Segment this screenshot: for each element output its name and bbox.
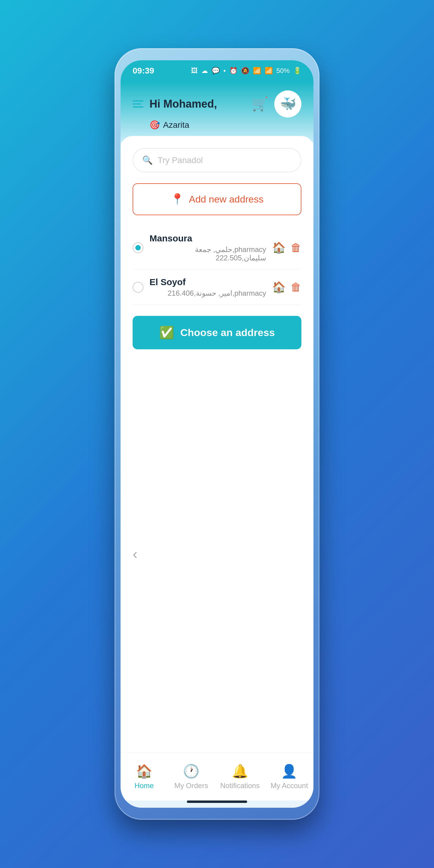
mute-icon: 🔕: [241, 67, 249, 75]
status-time: 09:39: [133, 66, 154, 76]
home-icon-mansoura[interactable]: 🏠: [272, 241, 286, 254]
location-row: 🎯 Azarita: [150, 120, 301, 130]
cloud-icon: ☁: [201, 67, 208, 75]
radio-mansoura[interactable]: [133, 242, 144, 253]
battery-label: 50%: [276, 67, 290, 75]
gallery-icon: 🖼: [191, 67, 198, 75]
greeting-text: Hi Mohamed,: [150, 98, 217, 110]
address-detail-elsoyof: pharmacy,امير, حسونة,216.406: [150, 289, 266, 298]
dot-icon: •: [223, 67, 226, 75]
nav-account[interactable]: 👤 My Account: [271, 764, 308, 790]
menu-line-1: [133, 100, 144, 101]
home-icon-elsoyof[interactable]: 🏠: [272, 281, 286, 293]
signal-icon: 📶: [265, 67, 273, 75]
delete-icon-elsoyof[interactable]: 🗑: [290, 281, 301, 293]
header: Hi Mohamed, 🛒 🐳 🎯 Azarita: [121, 82, 313, 142]
menu-line-2: [133, 103, 141, 104]
bottom-indicator: [187, 801, 247, 803]
choose-address-label: Choose an address: [180, 327, 275, 338]
avatar[interactable]: 🐳: [274, 90, 301, 118]
address-info-elsoyof: El Soyof pharmacy,امير, حسونة,216.406: [150, 277, 266, 298]
add-address-label: Add new address: [189, 194, 264, 205]
bell-nav-icon: 🔔: [232, 764, 248, 779]
alarm-icon: ⏰: [229, 67, 238, 75]
phone-outer: 09:39 🖼 ☁ 💬 • ⏰ 🔕 📶 📶 50% 🔋: [115, 48, 319, 820]
back-area: ‹: [133, 355, 301, 752]
search-bar[interactable]: 🔍 Try Panadol: [133, 148, 301, 173]
nav-notifications[interactable]: 🔔 Notifications: [220, 764, 260, 790]
address-actions-mansoura: 🏠 🗑: [272, 241, 301, 254]
home-nav-icon: 🏠: [136, 764, 153, 779]
choose-address-button[interactable]: ✅ Choose an address: [133, 316, 301, 349]
menu-button[interactable]: [133, 100, 144, 107]
menu-line-3: [133, 106, 144, 107]
address-detail-mansoura: pharmacy,حلمي, جمعة سليمان,222.505: [150, 245, 266, 262]
address-name-mansoura: Mansoura: [150, 233, 266, 244]
address-actions-elsoyof: 🏠 🗑: [272, 281, 301, 293]
status-icons: 🖼 ☁ 💬 • ⏰ 🔕 📶 📶 50% 🔋: [191, 67, 301, 75]
address-item-elsoyof[interactable]: El Soyof pharmacy,امير, حسونة,216.406 🏠 …: [133, 270, 301, 305]
back-button[interactable]: ‹: [133, 546, 137, 562]
radio-inner-mansoura: [135, 245, 141, 250]
address-item-mansoura[interactable]: Mansoura pharmacy,حلمي, جمعة سليمان,222.…: [133, 226, 301, 270]
search-placeholder: Try Panadol: [158, 156, 203, 165]
avatar-emoji: 🐳: [280, 96, 296, 112]
nav-home-label: Home: [134, 781, 154, 790]
search-icon: 🔍: [142, 155, 153, 165]
nav-notifications-label: Notifications: [220, 781, 260, 790]
main-content: 🔍 Try Panadol 📍 Add new address Mansoura…: [121, 136, 313, 752]
phone-screen: 09:39 🖼 ☁ 💬 • ⏰ 🔕 📶 📶 50% 🔋: [121, 60, 313, 808]
pin-icon: 📍: [170, 193, 184, 206]
header-top: Hi Mohamed, 🛒 🐳: [133, 90, 301, 118]
radio-elsoyof[interactable]: [133, 282, 144, 293]
account-nav-icon: 👤: [281, 764, 298, 779]
cart-icon[interactable]: 🛒: [252, 96, 268, 112]
address-info-mansoura: Mansoura pharmacy,حلمي, جمعة سليمان,222.…: [150, 233, 266, 262]
nav-orders[interactable]: 🕐 My Orders: [173, 764, 209, 790]
battery-icon: 🔋: [293, 67, 301, 75]
address-name-elsoyof: El Soyof: [150, 277, 266, 287]
orders-nav-icon: 🕐: [183, 764, 199, 779]
delete-icon-mansoura[interactable]: 🗑: [290, 241, 301, 254]
bottom-nav: 🏠 Home 🕐 My Orders 🔔 Notifications 👤 My …: [121, 752, 313, 801]
check-circle-icon: ✅: [159, 326, 174, 340]
nav-orders-label: My Orders: [174, 781, 208, 790]
header-right: 🛒 🐳: [252, 90, 301, 118]
location-text: Azarita: [163, 120, 189, 130]
whatsapp-icon: 💬: [212, 67, 220, 75]
wifi-icon: 📶: [253, 67, 261, 75]
nav-account-label: My Account: [271, 781, 308, 790]
status-bar: 09:39 🖼 ☁ 💬 • ⏰ 🔕 📶 📶 50% 🔋: [121, 60, 313, 82]
location-icon: 🎯: [150, 120, 160, 130]
header-left: Hi Mohamed,: [133, 98, 217, 110]
nav-home[interactable]: 🏠 Home: [126, 764, 162, 790]
add-address-button[interactable]: 📍 Add new address: [133, 183, 301, 215]
